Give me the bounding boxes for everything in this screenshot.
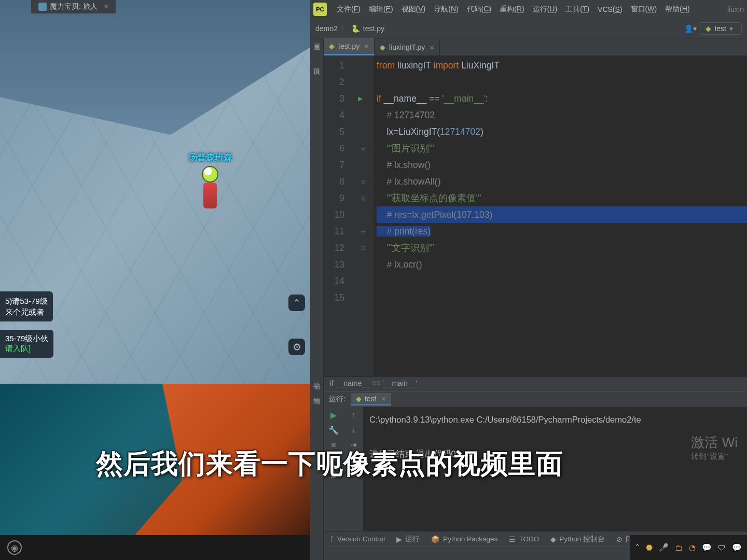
- print-icon[interactable]: 🖶: [350, 456, 357, 465]
- game-icon: [38, 3, 47, 11]
- run-config-selector[interactable]: ◆ test ▾: [700, 22, 742, 35]
- game-window: 魔力宝贝: 旅人 × 汤普森班森 5)请53-79级 来个咒或者 35-79级小…: [0, 0, 310, 384]
- close-icon[interactable]: ×: [430, 43, 434, 52]
- tab-liuxing[interactable]: ◆ liuxingIT.py ×: [375, 39, 440, 55]
- tray-folder-icon[interactable]: 🗀: [675, 543, 683, 552]
- tray-app-icon[interactable]: ⬣: [646, 543, 653, 552]
- obs-icon[interactable]: ◉: [7, 540, 22, 555]
- tray-shield-icon[interactable]: 🛡: [718, 543, 726, 552]
- windows-activation-watermark: 激活 Wi 转到"设置": [691, 433, 738, 461]
- run-output[interactable]: C:\python3.9.13\python.exe C:/Users/8615…: [363, 407, 747, 531]
- menu-nav[interactable]: 导航(N): [430, 3, 462, 16]
- side-toolwindow: ▣ 项目 书签 结构: [310, 38, 324, 560]
- wrap-icon[interactable]: ⇥: [350, 440, 357, 450]
- tray-message-icon[interactable]: 💬: [732, 543, 742, 552]
- code-editor[interactable]: 123456789101112131415 ▶ ⊟ ⊟ ⊟ ⊟ ⊟ from l…: [324, 56, 747, 376]
- tray-mic-icon[interactable]: 🎤: [659, 543, 669, 552]
- game-character: 汤普森班森: [197, 166, 223, 215]
- menu-tools[interactable]: 工具(T): [562, 3, 593, 16]
- menu-window[interactable]: 窗口(W): [627, 3, 661, 16]
- crumb-project[interactable]: demo2: [315, 24, 338, 33]
- python-file-icon: ◆: [329, 42, 335, 50]
- btm-todo[interactable]: ☰TODO: [509, 535, 539, 543]
- folder-icon[interactable]: ▣: [313, 41, 321, 51]
- tab-test[interactable]: ◆ test.py ×: [324, 38, 375, 55]
- code-content[interactable]: from liuxingIT import LiuXingIT if __nam…: [374, 56, 747, 376]
- exit-icon[interactable]: ⇤: [330, 455, 337, 465]
- run-label: 运行:: [329, 395, 345, 404]
- close-icon[interactable]: ×: [104, 2, 108, 11]
- close-icon[interactable]: ×: [381, 395, 385, 403]
- game-chat-2: 35-79级小伙 请入队]: [0, 330, 53, 358]
- up-icon[interactable]: ↑: [351, 410, 355, 419]
- menu-run[interactable]: 运行(U): [529, 3, 561, 16]
- btm-vc[interactable]: ᚶVersion Control: [330, 535, 385, 543]
- char-name: 汤普森班森: [176, 151, 244, 163]
- play-icon: ▶: [396, 535, 402, 543]
- python-icon: ◆: [550, 535, 556, 543]
- gear-icon[interactable]: ⚙: [288, 339, 305, 355]
- close-icon[interactable]: ×: [364, 41, 369, 50]
- video-panel: [0, 384, 310, 560]
- menu-view[interactable]: 视图(V): [398, 3, 430, 16]
- game-chat-1: 5)请53-79级 来个咒或者: [0, 291, 53, 321]
- menubar: PC 文件(F) 编辑(E) 视图(V) 导航(N) 代码(C) 重构(R) 运…: [310, 0, 747, 19]
- system-tray[interactable]: ˄ ⬣ 🎤 🗀 ◔ 💬 🛡 💬: [630, 535, 747, 560]
- python-file-icon: ◆: [380, 43, 385, 51]
- menu-help[interactable]: 帮助(H): [661, 3, 693, 16]
- pycharm-ide: PC 文件(F) 编辑(E) 视图(V) 导航(N) 代码(C) 重构(R) 运…: [310, 0, 747, 560]
- editor-tabs: ◆ test.py × ◆ liuxingIT.py ×: [324, 38, 747, 56]
- btm-pkg[interactable]: 📦Python Packages: [431, 535, 497, 543]
- down-icon[interactable]: ↓: [351, 425, 355, 434]
- run-panel: 运行: ◆ test × ▶ 🔧 ■ ⇤ 🗑 ↑ ↓ ⇥: [324, 391, 747, 531]
- tray-wechat-icon[interactable]: 💬: [702, 543, 712, 552]
- add-user-icon[interactable]: 👤▾: [684, 22, 697, 35]
- menu-code[interactable]: 代码(C): [463, 3, 495, 16]
- python-icon: ◆: [706, 24, 711, 33]
- pycharm-logo-icon[interactable]: PC: [313, 3, 327, 16]
- run-toolbar-1: ▶ 🔧 ■ ⇤ 🗑: [324, 407, 343, 531]
- branch-icon: ᚶ: [330, 535, 334, 543]
- tray-dot-icon[interactable]: ◔: [689, 543, 696, 552]
- menu-vcs[interactable]: VCS(S): [594, 3, 626, 16]
- menu-file[interactable]: 文件(F): [333, 3, 364, 16]
- run-toolbar-2: ↑ ↓ ⇥ 🖶: [343, 407, 363, 531]
- taskbar[interactable]: ◉: [0, 535, 310, 560]
- code-breadcrumb[interactable]: if __name__ == '__main__': [324, 376, 747, 391]
- chevron-right-icon: 〉: [341, 24, 348, 33]
- game-tab-title: 魔力宝贝: 旅人: [50, 2, 98, 11]
- tray-chevron-icon[interactable]: ˄: [635, 543, 640, 552]
- run-gutter-icon[interactable]: ▶: [355, 90, 374, 107]
- line-gutter: 123456789101112131415: [324, 56, 355, 376]
- stop-icon[interactable]: ■: [331, 440, 336, 450]
- menu-edit[interactable]: 编辑(E): [365, 3, 397, 16]
- chevron-up-icon[interactable]: ⌃: [288, 295, 305, 311]
- play-icon[interactable]: ▶: [330, 410, 337, 420]
- trash-icon[interactable]: 🗑: [329, 470, 338, 479]
- crumb-file[interactable]: test.py: [363, 24, 384, 33]
- package-icon: 📦: [431, 535, 440, 543]
- menu-refactor[interactable]: 重构(R): [496, 3, 528, 16]
- python-icon: ◆: [356, 395, 362, 403]
- sidetab-project[interactable]: 项目: [311, 61, 323, 65]
- btm-run[interactable]: ▶运行: [396, 535, 420, 544]
- wrench-icon[interactable]: 🔧: [328, 425, 339, 435]
- navbar: demo2 〉 🐍 test.py 👤▾ ◆ test ▾: [310, 19, 747, 38]
- todo-icon: ☰: [509, 535, 516, 543]
- sidetab-structure[interactable]: 结构: [311, 390, 323, 394]
- btm-console[interactable]: ◆Python 控制台: [550, 535, 605, 544]
- user-label: liuxin: [727, 5, 744, 13]
- sidetab-bookmark[interactable]: 书签: [311, 375, 323, 380]
- run-tab[interactable]: ◆ test ×: [351, 393, 391, 405]
- python-file-icon: 🐍: [351, 24, 360, 33]
- game-tab[interactable]: 魔力宝贝: 旅人 ×: [31, 0, 116, 13]
- dropdown-icon: ▾: [729, 24, 733, 33]
- warning-icon: ⊘: [616, 535, 622, 543]
- fold-gutter: ▶ ⊟ ⊟ ⊟ ⊟ ⊟: [355, 56, 374, 376]
